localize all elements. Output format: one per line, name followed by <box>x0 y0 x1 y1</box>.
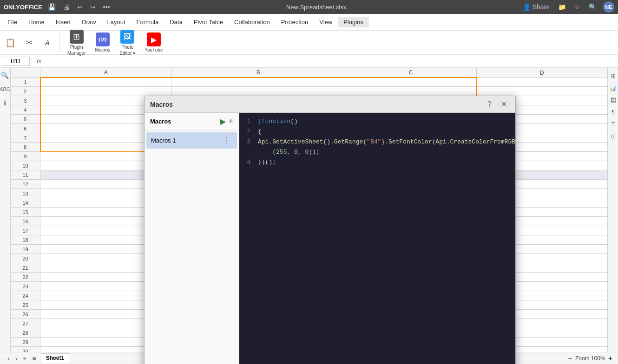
more-button[interactable]: ••• <box>101 2 112 12</box>
row-header-3[interactable]: 3 <box>11 96 40 105</box>
row-header-8[interactable]: 8 <box>11 143 40 152</box>
cell-C1[interactable] <box>345 78 476 87</box>
row-header-6[interactable]: 6 <box>11 124 40 133</box>
cut-button[interactable]: ✂ <box>20 38 37 48</box>
next-sheet-button[interactable]: › <box>13 354 20 363</box>
right-sidebar-image-icon[interactable]: 🖼 <box>609 96 618 105</box>
right-sidebar-cell-icon[interactable]: ⊡ <box>610 132 617 141</box>
menu-formula[interactable]: Formula <box>131 17 164 27</box>
cell-A1[interactable] <box>40 78 171 87</box>
macros-button[interactable]: {M} Macros <box>91 31 114 54</box>
row-header-17[interactable]: 17 <box>11 226 40 235</box>
menu-draw[interactable]: Draw <box>76 17 101 27</box>
row-header-27[interactable]: 27 <box>11 319 40 328</box>
menu-plugins[interactable]: Plugins <box>338 17 369 27</box>
main-area: 🔍 ABC ℹ A B C D 1234ONLYOFFICE5678910111… <box>0 68 618 352</box>
row-header-24[interactable]: 24 <box>11 291 40 300</box>
row-header-25[interactable]: 25 <box>11 300 40 310</box>
share-button[interactable]: 👤 Share <box>521 2 552 12</box>
row-header-19[interactable]: 19 <box>11 245 40 254</box>
menu-file[interactable]: File <box>2 17 23 27</box>
menu-home[interactable]: Home <box>23 17 50 27</box>
col-header-d[interactable]: D <box>476 68 607 78</box>
row-header-15[interactable]: 15 <box>11 208 40 217</box>
zoom-in-button[interactable]: + <box>608 354 612 363</box>
menu-protection[interactable]: Protection <box>276 17 314 27</box>
row-header-22[interactable]: 22 <box>11 273 40 282</box>
row-header-28[interactable]: 28 <box>11 328 40 338</box>
open-location-button[interactable]: 📁 <box>556 2 568 12</box>
undo-button[interactable]: ↩ <box>75 2 85 12</box>
plugin-manager-button[interactable]: ⊞ Plugin Manager <box>64 28 89 58</box>
row-header-26[interactable]: 26 <box>11 310 40 319</box>
zoom-out-button[interactable]: − <box>568 354 572 363</box>
row-header-1[interactable]: 1 <box>11 78 40 87</box>
modal-help-button[interactable]: ? <box>485 99 494 110</box>
plugin-manager-label2: Manager <box>67 51 85 56</box>
row-header-10[interactable]: 10 <box>11 161 40 170</box>
right-sidebar-table-icon[interactable]: ⊞ <box>610 72 617 81</box>
add-sheet-button[interactable]: + <box>21 354 28 363</box>
modal-close-button[interactable]: ✕ <box>498 99 510 110</box>
print-button[interactable]: 🖨 <box>61 2 72 12</box>
col-header-a[interactable]: A <box>40 68 171 78</box>
row-header-29[interactable]: 29 <box>11 338 40 347</box>
copy-style-button[interactable]: A <box>39 39 56 47</box>
add-macro-button[interactable]: + <box>229 117 234 126</box>
row-header-4[interactable]: 4 <box>11 105 40 115</box>
row-header-9[interactable]: 9 <box>11 152 40 161</box>
menu-view[interactable]: View <box>314 17 338 27</box>
right-sidebar-text-icon[interactable]: ¶ <box>610 108 616 117</box>
row-header-20[interactable]: 20 <box>11 254 40 263</box>
prev-sheet-button[interactable]: ‹ <box>6 354 12 363</box>
row-header-5[interactable]: 5 <box>11 115 40 124</box>
row-header-21[interactable]: 21 <box>11 263 40 273</box>
cell-D1[interactable] <box>476 78 607 87</box>
save-button[interactable]: 💾 <box>46 2 58 12</box>
row-header-30[interactable]: 30 <box>11 347 40 352</box>
paste-button[interactable]: 📋 <box>2 38 19 48</box>
row-header-16[interactable]: 16 <box>11 217 40 226</box>
paste-icon: 📋 <box>5 39 15 47</box>
row-header-2[interactable]: 2 <box>11 87 40 96</box>
cell-D2[interactable] <box>476 87 607 96</box>
menu-collaboration[interactable]: Collaboration <box>229 17 276 27</box>
right-sidebar-shape-icon[interactable]: T <box>610 120 616 129</box>
favorite-button[interactable]: ☆ <box>572 2 582 12</box>
menu-insert[interactable]: Insert <box>50 17 77 27</box>
row-header-14[interactable]: 14 <box>11 198 40 208</box>
row-header-11[interactable]: 11 <box>11 170 40 180</box>
search-button[interactable]: 🔍 <box>587 2 598 12</box>
sheet-tab-1[interactable]: Sheet1 <box>40 353 70 363</box>
row-header-13[interactable]: 13 <box>11 189 40 198</box>
formula-input[interactable] <box>46 57 616 65</box>
menu-pivot-table[interactable]: Pivot Table <box>188 17 229 27</box>
row-header-7[interactable]: 7 <box>11 133 40 143</box>
sidebar-info-icon[interactable]: ℹ <box>2 98 8 109</box>
formula-bar: H11 fx <box>0 55 618 68</box>
fx-label: fx <box>34 58 44 65</box>
run-macro-button[interactable]: ▶ <box>220 117 226 126</box>
youtube-button[interactable]: ▶ YouTube <box>141 31 166 54</box>
code-line-3b: (255, 0, 0)); <box>239 147 515 157</box>
col-header-b[interactable]: B <box>171 68 345 78</box>
cell-B2[interactable] <box>171 87 345 96</box>
code-editor[interactable]: 1 (function() 2 { 3 Api.GetActiveSheet()… <box>239 113 515 364</box>
cell-C2[interactable] <box>345 87 476 96</box>
row-header-18[interactable]: 18 <box>11 235 40 245</box>
right-sidebar-chart-icon[interactable]: 📊 <box>608 84 618 93</box>
menu-layout[interactable]: Layout <box>102 17 131 27</box>
row-header-12[interactable]: 12 <box>11 180 40 189</box>
macro-more-button[interactable]: ⋮ <box>221 136 232 145</box>
menu-data[interactable]: Data <box>164 17 188 27</box>
cell-B1[interactable] <box>171 78 345 87</box>
macro-item[interactable]: Macros 1 ⋮ <box>146 132 237 149</box>
col-header-c[interactable]: C <box>345 68 476 78</box>
sheet-list-button[interactable]: ≡ <box>31 354 38 363</box>
cell-A2[interactable] <box>40 87 171 96</box>
photo-editor-button[interactable]: 🖼 Photo Editor ▾ <box>116 28 139 58</box>
sidebar-search-icon[interactable]: 🔍 <box>0 70 11 81</box>
cell-reference-input[interactable]: H11 <box>2 57 30 66</box>
row-header-23[interactable]: 23 <box>11 282 40 291</box>
redo-button[interactable]: ↪ <box>88 2 98 12</box>
